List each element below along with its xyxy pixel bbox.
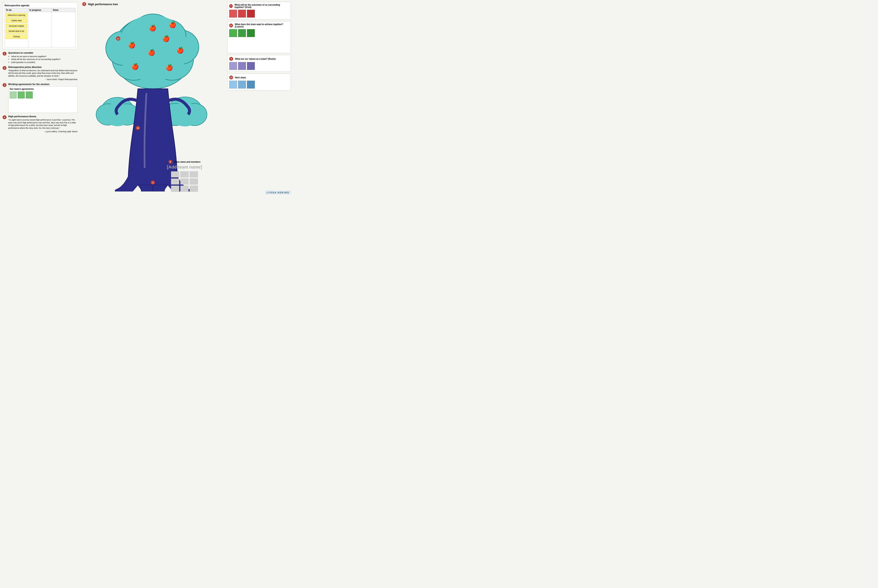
apple-1: 🍎 bbox=[149, 24, 156, 32]
agreement-card-3[interactable] bbox=[26, 92, 33, 98]
member-5[interactable] bbox=[180, 178, 188, 184]
section-1-content: Questions to consider What do we want to… bbox=[8, 51, 61, 64]
section-4-attribution: – Lyssa Adkins, Coaching Agile Teams bbox=[8, 130, 78, 133]
footer-brand-container: LYSSA ADKINS bbox=[227, 189, 291, 194]
section-2-content: Retrospective prime directive "Regardles… bbox=[8, 66, 78, 81]
svg-point-18 bbox=[170, 102, 199, 126]
apple-6: 🍎 bbox=[131, 63, 139, 70]
middle-panel: 8 High performance tree bbox=[80, 0, 226, 196]
apple-2: 🍎 bbox=[169, 21, 176, 28]
member-7[interactable] bbox=[171, 186, 179, 192]
sticky-closing[interactable]: Closing bbox=[6, 34, 27, 39]
team-name-placeholder[interactable]: [Add team name] bbox=[161, 165, 208, 170]
team-label-row: 9 Team name and members bbox=[161, 160, 208, 164]
right-panel: 7 What will be the outcomes of us succee… bbox=[226, 0, 293, 196]
member-6[interactable] bbox=[189, 178, 198, 184]
q1: What do we want to become together? bbox=[11, 55, 61, 58]
rs13-header: 13 Next steps bbox=[229, 75, 289, 80]
apple-4: 🍎 bbox=[162, 35, 170, 42]
fruit-card-1[interactable] bbox=[229, 10, 237, 18]
nextsteps-card-3[interactable] bbox=[247, 81, 255, 88]
col-header-todo: To do bbox=[5, 8, 28, 12]
rs5-header: 5 What are our values as a team? (Roots) bbox=[229, 57, 289, 61]
section-3-content: Working agreements for the session Our t… bbox=[8, 83, 78, 113]
right-section-6: 6 What does this team want to achieve to… bbox=[227, 21, 291, 53]
roots-card-2[interactable] bbox=[238, 62, 246, 70]
leaves-card-2[interactable] bbox=[238, 29, 246, 37]
member-9[interactable] bbox=[189, 186, 198, 192]
section-3-title: Working agreements for the session bbox=[8, 83, 78, 86]
member-2[interactable] bbox=[180, 171, 188, 177]
col-header-inprogress: In progress bbox=[29, 8, 52, 12]
badge-13: 13 bbox=[229, 75, 233, 80]
section-1-list: What do we want to become together? What… bbox=[8, 55, 61, 64]
badge-11-text: 11 bbox=[152, 181, 154, 184]
agenda-columns: To do Welcome & opening Gather data Gene… bbox=[5, 8, 75, 47]
right-section-5: 5 What are our values as a team? (Roots) bbox=[227, 55, 291, 72]
badge-9: 9 bbox=[168, 160, 172, 164]
sticky-gather[interactable]: Gather data bbox=[6, 18, 27, 23]
agenda-section: Retrospective agenda To do Welcome & ope… bbox=[3, 2, 78, 50]
section-2-attribution: – Norm Kerth, Project Retrospectives bbox=[8, 78, 78, 81]
rs13-cards bbox=[229, 81, 289, 88]
member-8[interactable] bbox=[180, 186, 188, 192]
agreement-card-1[interactable] bbox=[10, 92, 17, 98]
roots-card-1[interactable] bbox=[229, 62, 237, 70]
agenda-col-todo: To do Welcome & opening Gather data Gene… bbox=[5, 8, 29, 47]
team-label: Team name and members bbox=[174, 161, 200, 163]
badge-4: 4 bbox=[3, 115, 6, 119]
fruit-card-3[interactable] bbox=[247, 10, 255, 18]
badge-1: 1 bbox=[3, 52, 6, 56]
badge-12-text: 12 bbox=[117, 38, 119, 40]
badge-10-text: 10 bbox=[137, 127, 139, 129]
badge-5: 5 bbox=[229, 57, 233, 61]
section-4-content: High performance theme "An agile team's … bbox=[8, 115, 78, 133]
badge-3: 3 bbox=[3, 83, 6, 87]
section-2-quote: "Regardless of what we discover, we unde… bbox=[8, 69, 78, 78]
member-3[interactable] bbox=[189, 171, 198, 177]
rs7-header: 7 What will be the outcomes of us succee… bbox=[229, 4, 289, 8]
agreement-card-2[interactable] bbox=[18, 92, 25, 98]
leaves-card-1[interactable] bbox=[229, 29, 237, 37]
badge-8: 8 bbox=[82, 2, 86, 6]
footer-brand: LYSSA ADKINS bbox=[265, 190, 291, 195]
rs6-header: 6 What does this team want to achieve to… bbox=[229, 23, 289, 28]
sticky-decide[interactable]: Decide what to do bbox=[6, 29, 27, 33]
badge-6: 6 bbox=[229, 24, 233, 27]
section-questions: 1 Questions to consider What do we want … bbox=[3, 51, 78, 64]
section-4-title: High performance theme bbox=[8, 115, 78, 118]
leaves-card-3[interactable] bbox=[247, 29, 255, 37]
team-section: 9 Team name and members [Add team name] bbox=[161, 160, 208, 192]
main-layout: Retrospective agenda To do Welcome & ope… bbox=[0, 0, 293, 196]
col-body-todo: Welcome & opening Gather data Generate i… bbox=[5, 12, 28, 40]
rs7-title: What will be the outcomes of us succeedi… bbox=[235, 4, 289, 8]
agenda-title: Retrospective agenda bbox=[5, 4, 75, 7]
rs5-title: What are our values as a team? (Roots) bbox=[235, 58, 275, 60]
member-4[interactable] bbox=[171, 178, 179, 184]
agreements-stickies bbox=[10, 92, 76, 98]
fruit-card-2[interactable] bbox=[238, 10, 246, 18]
agreements-box-title: Our team's agreements bbox=[10, 88, 76, 90]
roots-card-3[interactable] bbox=[247, 62, 255, 70]
agreements-box: Our team's agreements bbox=[8, 86, 78, 113]
agenda-col-inprogress: In progress bbox=[29, 8, 52, 47]
nextsteps-card-1[interactable] bbox=[229, 81, 237, 88]
col-header-done: Done bbox=[52, 8, 75, 12]
nextsteps-card-2[interactable] bbox=[238, 81, 246, 88]
q3: [Add question to consider] bbox=[11, 61, 61, 64]
sticky-generate[interactable]: Generate insights bbox=[6, 24, 27, 28]
right-section-7: 7 What will be the outcomes of us succee… bbox=[227, 2, 291, 20]
member-1[interactable] bbox=[171, 171, 179, 177]
team-member-grid bbox=[161, 171, 208, 192]
sticky-welcome[interactable]: Welcome & opening bbox=[6, 13, 27, 18]
q2: What will be the outcomes of us succeedi… bbox=[11, 58, 61, 61]
rs7-cards bbox=[229, 10, 289, 18]
rs6-cards bbox=[229, 29, 289, 37]
section-4-quote: "An agile team's journey toward high per… bbox=[8, 118, 78, 129]
rs13-title: Next steps bbox=[235, 76, 246, 79]
section-agreements: 3 Working agreements for the session Our… bbox=[3, 83, 78, 113]
col-body-done bbox=[52, 12, 75, 14]
section-theme: 4 High performance theme "An agile team'… bbox=[3, 115, 78, 133]
left-panel: Retrospective agenda To do Welcome & ope… bbox=[0, 0, 80, 196]
col-body-inprogress bbox=[29, 12, 52, 14]
